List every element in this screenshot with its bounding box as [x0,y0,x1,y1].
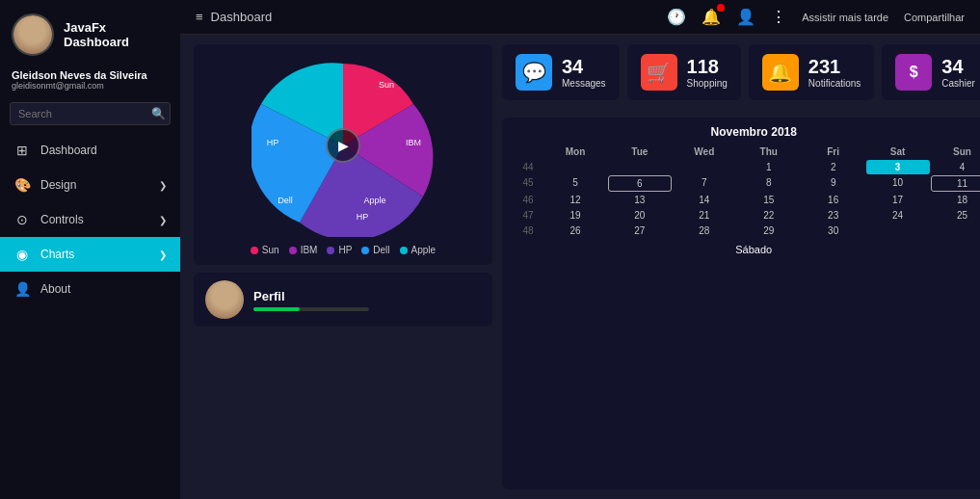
cal-week-47: 47 [514,208,543,223]
cal-day-22[interactable]: 22 [737,208,801,223]
cal-day-empty2 [608,160,672,174]
profile-info: Perfil [253,289,369,311]
legend-ibm: IBM [289,245,318,255]
cal-day-1[interactable]: 1 [737,160,801,174]
clock-icon: 🕐 [667,9,686,25]
pie-label-hp: HP [357,212,369,222]
topbar-left: ≡ Dashboard [196,10,272,24]
sidebar-item-controls[interactable]: ⊙ Controls ❯ [0,202,180,237]
cal-week-44: 44 [514,160,543,174]
user-icon: 👤 [736,9,755,25]
legend-label-apple: Apple [411,245,437,255]
cal-day-24[interactable]: 24 [866,208,930,223]
messages-label: Messages [562,78,606,89]
about-icon: 👤 [13,281,31,297]
cal-day-13[interactable]: 13 [608,193,672,207]
sidebar-item-about[interactable]: 👤 About [0,272,180,306]
cal-day-4[interactable]: 4 [931,160,980,174]
cal-day-20[interactable]: 20 [608,208,672,223]
legend-apple: Apple [400,245,437,255]
play-button[interactable]: ▶ [326,128,360,163]
content-area: Sun IBM HP Dell Apple HP ▶ Sun [180,35,980,499]
stat-messages: 💬 34 Messages [502,44,620,100]
cal-day-29[interactable]: 29 [737,223,801,238]
cal-day-2[interactable]: 2 [802,160,865,174]
cal-header-thu: Thu [737,144,801,159]
cal-header-tue: Tue [608,144,672,159]
pie-label-hp2: HP [267,138,279,147]
profile-name: Perfil [253,289,369,303]
cal-day-empty1 [543,160,607,174]
cal-day-18[interactable]: 18 [931,193,980,207]
pie-label-sun: Sun [379,80,394,90]
cashier-count: 34 [941,56,974,78]
cal-day-14[interactable]: 14 [673,193,736,207]
nav-label-about: About [40,282,70,296]
stat-shopping: 🛒 118 Shopping [627,44,741,100]
clock-button[interactable]: 🕐 [667,8,686,26]
cal-day-10[interactable]: 10 [866,175,930,192]
grid-icon: ⊞ [13,143,31,158]
cal-day-empty4 [866,223,930,238]
sidebar-item-dashboard[interactable]: ⊞ Dashboard [0,133,180,168]
pie-label-dell: Dell [278,196,293,205]
cal-day-12[interactable]: 12 [543,193,607,207]
calendar: Novembro 2018 Mon Tue Wed Thu Fri Sat Su… [502,118,980,489]
more-button[interactable]: ⋮ [771,8,786,26]
notifications-label: Notifications [808,78,861,89]
nav-label-charts: Charts [40,248,74,261]
cal-day-25[interactable]: 25 [931,208,980,223]
legend-dot-sun [251,247,258,254]
cal-day-3[interactable]: 3 [866,160,930,174]
cal-day-8[interactable]: 8 [737,175,801,192]
cal-day-17[interactable]: 17 [866,193,930,207]
legend-dell: Dell [361,245,389,255]
notification-button[interactable]: 🔔 [702,8,721,26]
search-input[interactable] [18,108,151,119]
pie-chart-container: Sun IBM HP Dell Apple HP ▶ Sun [194,44,492,265]
chevron-right-icon2: ❯ [159,215,167,225]
cal-day-30[interactable]: 30 [802,223,865,238]
cal-day-19[interactable]: 19 [543,208,607,223]
shopping-icon: 🛒 [641,54,677,91]
user-button[interactable]: 👤 [736,8,755,26]
legend-label-ibm: IBM [301,245,318,255]
search-box[interactable]: 🔍 [10,102,171,125]
sidebar-item-charts[interactable]: ◉ Charts ❯ [0,237,180,272]
stat-notifications: 🔔 231 Notifications [749,44,874,100]
cal-day-11[interactable]: 11 [931,175,980,192]
search-icon: 🔍 [151,107,166,120]
cal-day-27[interactable]: 27 [608,223,672,238]
avatar [12,13,54,56]
notifications-count: 231 [808,56,861,78]
cal-header-fri: Fri [802,144,865,159]
cal-day-21[interactable]: 21 [673,208,736,223]
pie-label-ibm: IBM [406,138,421,147]
cal-day-9[interactable]: 9 [802,175,865,192]
legend-label-sun: Sun [262,245,279,255]
cal-day-7[interactable]: 7 [673,175,736,192]
calendar-section: Novembro 2018 Mon Tue Wed Thu Fri Sat Su… [502,118,980,489]
cal-day-23[interactable]: 23 [802,208,865,223]
controls-icon: ⊙ [13,212,31,227]
legend-hp: HP [327,245,352,255]
cal-week-48: 48 [514,223,543,238]
sidebar-item-design[interactable]: 🎨 Design ❯ [0,168,180,202]
compartilhar-button[interactable]: Compartilhar [904,12,965,23]
messages-count: 34 [562,56,606,78]
sidebar: JavaFx Dashboard Gleidson Neves da Silve… [0,0,180,499]
cal-day-15[interactable]: 15 [737,193,801,207]
legend-label-dell: Dell [373,245,389,255]
nav-label-dashboard: Dashboard [40,144,97,157]
sidebar-nav: ⊞ Dashboard 🎨 Design ❯ ⊙ Controls ❯ ◉ Ch… [0,133,180,499]
cal-day-16[interactable]: 16 [802,193,865,207]
cal-day-26[interactable]: 26 [543,223,607,238]
stat-cashier: $ 34 Cashier [882,44,980,100]
cal-header-empty [514,144,543,159]
cal-day-5[interactable]: 5 [543,175,607,192]
hamburger-icon[interactable]: ≡ [196,10,203,24]
cal-day-28[interactable]: 28 [673,223,736,238]
cal-day-6[interactable]: 6 [608,175,672,192]
assistir-button[interactable]: Assistir mais tarde [802,12,888,23]
assistir-label: Assistir mais tarde [802,12,888,23]
